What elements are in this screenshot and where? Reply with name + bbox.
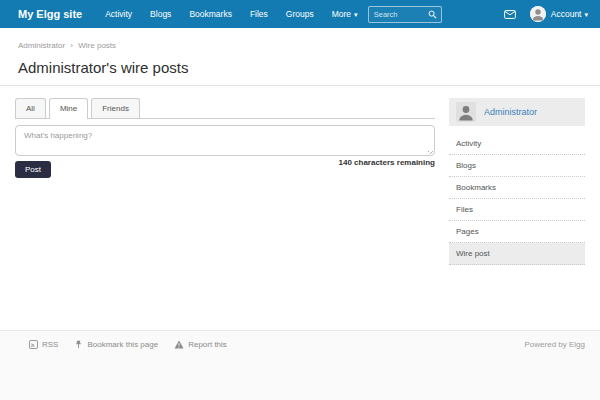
footer-link-label: RSS bbox=[42, 340, 58, 349]
site-logo[interactable]: My Elgg site bbox=[18, 8, 82, 20]
chevron-down-icon: ▾ bbox=[584, 11, 588, 18]
footer-row: RSS Bookmark this page Report this Po bbox=[15, 340, 585, 349]
sidebar-menu: Activity Blogs Bookmarks Files Pages Wir… bbox=[449, 133, 585, 265]
tab-friends[interactable]: Friends bbox=[91, 98, 140, 118]
nav-item-label: Bookmarks bbox=[189, 9, 232, 19]
footer-link-label: Bookmark this page bbox=[87, 340, 158, 349]
main-column: All Mine Friends Post 140 characters rem… bbox=[15, 98, 435, 265]
nav-item-activity[interactable]: Activity bbox=[96, 9, 141, 19]
nav-item-label: More bbox=[332, 9, 351, 19]
post-button[interactable]: Post bbox=[15, 161, 51, 178]
account-label: Account bbox=[551, 9, 582, 19]
nav-item-files[interactable]: Files bbox=[241, 9, 277, 19]
sidebar: Administrator Activity Blogs Bookmarks F… bbox=[449, 98, 585, 265]
breadcrumb: Administrator › Wire posts bbox=[18, 41, 582, 50]
wire-composer bbox=[15, 125, 435, 156]
bookmark-this-page-link[interactable]: Bookmark this page bbox=[74, 340, 158, 349]
content-spacer bbox=[0, 265, 600, 330]
page-title: Administrator's wire posts bbox=[18, 59, 582, 76]
nav-item-label: Files bbox=[250, 9, 268, 19]
account-menu[interactable]: Account ▾ bbox=[551, 9, 588, 19]
characters-remaining: 140 characters remaining bbox=[339, 158, 436, 167]
rss-icon bbox=[29, 340, 38, 349]
tab-all[interactable]: All bbox=[15, 98, 46, 118]
nav-item-label: Blogs bbox=[150, 9, 171, 19]
page-header: Administrator › Wire posts Administrator… bbox=[0, 28, 600, 86]
owner-avatar[interactable] bbox=[456, 102, 476, 122]
sidebar-item-pages[interactable]: Pages bbox=[449, 221, 585, 243]
sidebar-item-label: Files bbox=[456, 205, 473, 214]
sidebar-item-files[interactable]: Files bbox=[449, 199, 585, 221]
breadcrumb-administrator[interactable]: Administrator bbox=[18, 41, 65, 50]
owner-name-link[interactable]: Administrator bbox=[484, 107, 537, 117]
search-box[interactable] bbox=[368, 6, 442, 23]
pin-icon bbox=[74, 340, 83, 349]
top-navbar: My Elgg site Activity Blogs Bookmarks Fi… bbox=[0, 0, 600, 28]
tab-label: Mine bbox=[60, 104, 77, 113]
tab-mine[interactable]: Mine bbox=[49, 98, 88, 119]
nav-item-more[interactable]: More ▾ bbox=[323, 9, 367, 19]
sidebar-item-activity[interactable]: Activity bbox=[449, 133, 585, 155]
sidebar-item-label: Pages bbox=[456, 227, 479, 236]
rss-link[interactable]: RSS bbox=[29, 340, 58, 349]
wire-filter-tabs: All Mine Friends bbox=[15, 98, 435, 119]
chevron-down-icon: ▾ bbox=[354, 11, 358, 18]
sidebar-item-blogs[interactable]: Blogs bbox=[449, 155, 585, 177]
powered-by-elgg[interactable]: Powered by Elgg bbox=[525, 340, 585, 349]
owner-block: Administrator bbox=[449, 98, 585, 126]
tab-label: Friends bbox=[102, 104, 129, 113]
nav-item-bookmarks[interactable]: Bookmarks bbox=[180, 9, 241, 19]
footer-link-label: Report this bbox=[188, 340, 227, 349]
account-avatar[interactable] bbox=[530, 6, 546, 22]
sidebar-item-label: Bookmarks bbox=[456, 183, 496, 192]
search-icon[interactable] bbox=[428, 10, 437, 19]
sidebar-item-label: Wire post bbox=[456, 249, 490, 258]
report-this-link[interactable]: Report this bbox=[174, 340, 227, 349]
breadcrumb-separator: › bbox=[70, 41, 73, 50]
content-area: All Mine Friends Post 140 characters rem… bbox=[0, 86, 600, 265]
nav-item-label: Groups bbox=[286, 9, 314, 19]
sidebar-item-label: Blogs bbox=[456, 161, 476, 170]
wire-message-input[interactable] bbox=[15, 125, 435, 156]
messages-envelope-icon[interactable] bbox=[504, 10, 516, 19]
nav-item-groups[interactable]: Groups bbox=[277, 9, 323, 19]
tab-label: All bbox=[26, 104, 35, 113]
search-input[interactable] bbox=[374, 10, 428, 19]
composer-actions: Post 140 characters remaining bbox=[15, 158, 435, 178]
nav-item-blogs[interactable]: Blogs bbox=[141, 9, 180, 19]
sidebar-item-wire-post[interactable]: Wire post bbox=[449, 243, 585, 265]
warning-icon bbox=[174, 340, 184, 349]
sidebar-item-bookmarks[interactable]: Bookmarks bbox=[449, 177, 585, 199]
nav-item-label: Activity bbox=[105, 9, 132, 19]
breadcrumb-wire-posts: Wire posts bbox=[78, 41, 116, 50]
page-footer: RSS Bookmark this page Report this Po bbox=[0, 330, 600, 400]
sidebar-item-label: Activity bbox=[456, 139, 481, 148]
